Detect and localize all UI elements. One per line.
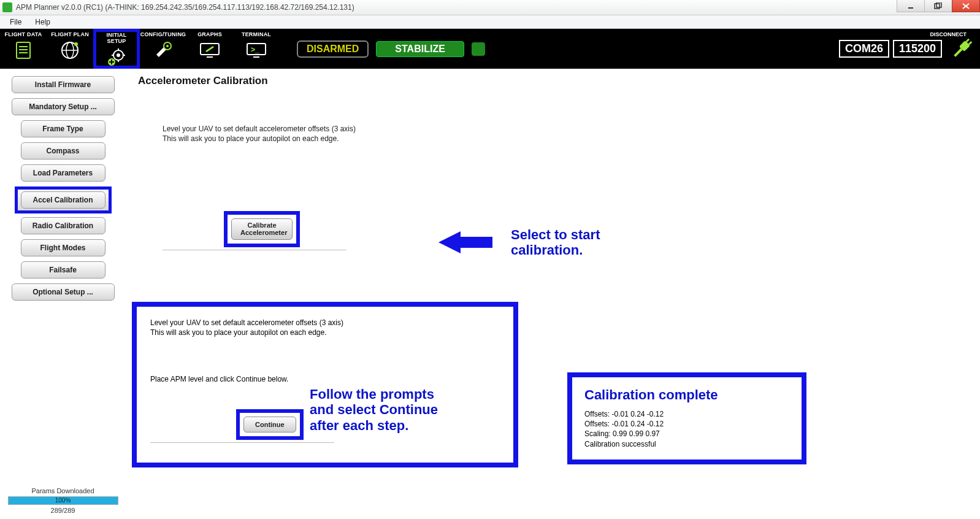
btn-compass[interactable]: Compass [21,142,105,160]
btn-accel-calibration-highlight[interactable]: Accel Calibration [15,186,112,213]
continue-button-highlight: Continue [236,409,304,440]
offsets-line-2: Offsets: -0.01 0.24 -0.12 [584,419,789,429]
btn-mandatory-setup[interactable]: Mandatory Setup ... [12,98,115,115]
annotation-text-2: Follow the promptsand select Continueaft… [310,386,438,433]
instruction-line-2a: Level your UAV to set default accelerome… [150,318,500,328]
window-close-button[interactable] [952,0,980,12]
calibration-success-line: Calibration successful [584,439,789,449]
disconnect-label: DISCONNECT [930,31,967,37]
mode-indicator-icon [472,42,485,56]
wrench-gear-icon [153,40,174,62]
scaling-line: Scaling: 0.99 0.99 0.97 [584,429,789,439]
params-count: 289/289 [8,507,118,514]
gears-plus-icon [106,47,127,69]
btn-install-firmware[interactable]: Install Firmware [12,76,115,93]
svg-point-12 [74,42,78,46]
arm-status: DISARMED [297,40,369,58]
menu-help[interactable]: Help [29,17,56,28]
svg-point-23 [166,45,169,47]
window-maximize-button[interactable] [924,0,952,12]
content-area: Accelerometer Calibration Level your UAV… [126,69,980,519]
window-minimize-button[interactable] [897,0,925,12]
btn-accel-calibration[interactable]: Accel Calibration [21,191,105,209]
offsets-line-1: Offsets: -0.01 0.24 -0.12 [584,409,789,419]
svg-rect-2 [936,2,941,7]
tab-flight-data[interactable]: FLIGHT DATA [0,29,47,69]
svg-rect-1 [935,4,940,9]
params-progress-fill: 100% [9,497,118,504]
sidebar: Install Firmware Mandatory Setup ... Fra… [0,69,126,519]
completion-panel-highlight: Calibration complete Offsets: -0.01 0.24… [567,372,806,464]
calibrate-button-highlight: Calibrate Accelerometer [224,211,300,247]
instruction-line-2c: Place APM level and click Continue below… [150,374,500,384]
tab-initial-setup[interactable]: INITIAL SETUP [93,29,140,69]
separator-line-1 [163,250,346,250]
btn-failsafe[interactable]: Failsafe [21,261,105,279]
continue-panel-highlight: Level your UAV to set default accelerome… [132,302,518,467]
arrow-left-icon [438,231,461,253]
tab-terminal[interactable]: TERMINAL >_ [233,29,280,69]
btn-frame-type[interactable]: Frame Type [21,120,105,137]
btn-flight-modes[interactable]: Flight Modes [21,239,105,256]
document-icon [13,40,34,62]
instruction-line-2b: This will ask you to place your autopilo… [150,328,500,337]
main-toolbar: FLIGHT DATA FLIGHT PLAN INITIAL SETUP CO… [0,29,980,69]
monitor-plane-icon [198,40,221,62]
btn-radio-calibration[interactable]: Radio Calibration [21,217,105,234]
menu-file[interactable]: File [4,17,28,28]
monitor-prompt-icon: >_ [245,40,268,62]
annotation-text-1: Select to startcalibration. [511,227,600,258]
params-downloaded-label: Params Downloaded [8,487,118,494]
continue-button[interactable]: Continue [243,417,296,433]
tab-flight-plan[interactable]: FLIGHT PLAN [47,29,93,69]
globe-icon [59,40,80,62]
annotation-arrow-1: Select to startcalibration. [438,227,600,258]
baud-rate-box[interactable]: 115200 [893,40,942,58]
btn-load-parameters[interactable]: Load Parameters [21,164,105,182]
svg-text:>_: >_ [251,45,259,54]
window-titlebar: APM Planner v2.0.0 (RC1) (A-THINK: 169.2… [0,0,980,15]
svg-line-32 [955,49,962,56]
menu-bar: File Help [0,15,980,29]
page-title: Accelerometer Calibration [138,75,968,87]
params-progress-bar: 100% [8,496,118,505]
app-icon [2,2,12,12]
instruction-line-1a: Level your UAV to set default accelerome… [163,124,968,134]
connection-plug-icon[interactable] [949,37,974,61]
tab-graphs[interactable]: GRAPHS [186,29,233,69]
separator-line-2 [150,442,334,443]
svg-line-31 [969,41,971,44]
tab-config-tuning[interactable]: CONFIG/TUNING [140,29,186,69]
instruction-line-1b: This will ask you to place your autopilo… [163,134,968,144]
window-title: APM Planner v2.0.0 (RC1) (A-THINK: 169.2… [16,3,354,12]
svg-line-30 [967,39,969,41]
com-port-box[interactable]: COM26 [839,40,889,58]
btn-optional-setup[interactable]: Optional Setup ... [12,283,115,301]
calibration-complete-title: Calibration complete [584,387,789,403]
calibrate-accelerometer-button[interactable]: Calibrate Accelerometer [231,218,293,239]
svg-point-14 [117,53,120,57]
flight-mode-status: STABILIZE [376,41,464,57]
